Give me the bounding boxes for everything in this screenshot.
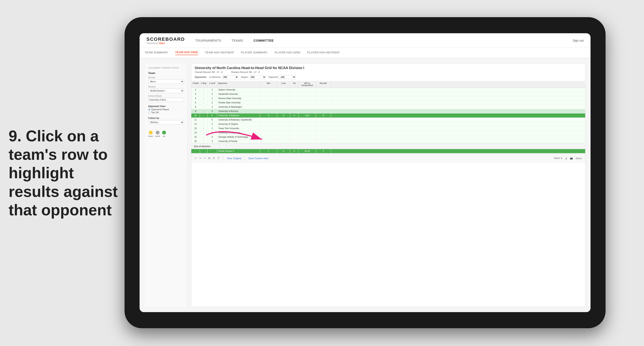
print-button[interactable]: 🖨 <box>565 157 567 160</box>
cell-conf: 2 <box>208 131 217 135</box>
cell-reg-ood <box>200 149 208 153</box>
table-row[interactable]: 12 - 3 University of Virginia <box>191 122 585 126</box>
filter-row: Opponents: Conference (All) Region <box>195 75 582 79</box>
cell-diff <box>299 122 316 126</box>
cell-reg: - <box>200 105 208 109</box>
cell-diff <box>299 109 316 113</box>
legend-level: Level <box>155 131 160 137</box>
cell-tie <box>290 126 299 130</box>
table-row[interactable]: 2 - 1 Auburn University <box>191 88 585 92</box>
redo2-button[interactable]: ↩ <box>204 157 206 160</box>
cell-rank-ood <box>191 149 200 153</box>
conference-filter: Conference (All) <box>209 75 238 79</box>
region-filter: Region (All) <box>241 75 266 79</box>
nav-teams[interactable]: TEAMS <box>232 39 243 42</box>
table-row[interactable]: 15 - 4 Georgia Institute of Technology <box>191 135 585 139</box>
table-row[interactable]: 3 - 2 Vanderbilt University <box>191 92 585 96</box>
cell-rounds <box>316 101 331 105</box>
nav-tournaments[interactable]: TOURNAMENTS <box>195 39 221 42</box>
opponent-select[interactable]: (All) <box>279 75 296 79</box>
colour-by-select[interactable]: Win/loss <box>148 120 184 125</box>
cell-loss <box>277 118 290 122</box>
col-tie: Tie <box>290 81 299 87</box>
share-button[interactable]: Share <box>576 157 582 160</box>
redo-button[interactable]: ↪ <box>199 157 201 160</box>
cell-rounds <box>316 88 331 92</box>
table-row[interactable]: 13 - 1 Texas Tech University <box>191 126 585 131</box>
cell-opponent: University of Arizona <box>217 109 260 113</box>
cell-name-ood: NCAA Division II <box>217 149 260 153</box>
cell-tie <box>290 105 299 109</box>
save-custom-button[interactable]: Save Custom View <box>248 157 268 160</box>
copy-button[interactable]: ⊞ <box>208 157 210 160</box>
radio-top-100[interactable]: Top 100 <box>148 111 184 114</box>
cell-conf: 6 <box>208 118 217 122</box>
tab-player-h2h-grid[interactable]: PLAYER H2H GRID <box>274 51 300 55</box>
radio-dot-opponents <box>148 108 150 111</box>
clock-button[interactable]: ⏱ <box>217 157 220 160</box>
opponent-filter: Opponent (All) <box>269 75 296 79</box>
screenshot-button[interactable]: 📷 <box>570 157 573 160</box>
table-row[interactable]: 8 - 2 University of Washington <box>191 105 585 109</box>
bottom-toolbar: ↩ ↪ ↩ ⊞ ⊡ ⏱ View: Original Save Custom V… <box>191 153 585 163</box>
view-original-button[interactable]: View: Original <box>227 157 241 160</box>
watch-button[interactable]: Watch ▾ <box>554 157 562 160</box>
table-row[interactable]: 16 - 3 University of Florida <box>191 139 585 143</box>
cell-win <box>260 135 277 139</box>
undo-button[interactable]: ↩ <box>195 157 197 160</box>
grid-header: University of North Carolina Head-to-Hea… <box>191 63 585 81</box>
table-row[interactable]: 11 - 6 University of Arkansas, Fayettevi… <box>191 118 585 122</box>
cell-win <box>260 122 277 126</box>
cell-reg: - <box>200 92 208 96</box>
cell-loss <box>277 135 290 139</box>
sub-nav: TEAM SUMMARY TEAM H2H GRID TEAM H2H HEAT… <box>140 48 590 58</box>
cell-opponent: University of Oklahoma <box>217 131 260 135</box>
cell-loss <box>277 88 290 92</box>
cell-opponent: Arizona State University <box>217 96 260 100</box>
cell-tie <box>290 131 299 135</box>
table-row[interactable]: 6 - 2 Florida State University <box>191 101 585 105</box>
radio-dot-top100 <box>148 111 150 114</box>
col-win: Win <box>260 81 277 87</box>
paste-button[interactable]: ⊡ <box>213 157 215 160</box>
nav-committee[interactable]: COMMITTEE <box>254 39 274 42</box>
conference-select[interactable]: (All) <box>222 75 238 79</box>
table-row-alabama[interactable]: 10 - 5 University of Alabama 3 0 0 2.61 … <box>191 113 585 118</box>
radio-opponents-played[interactable]: Opponents Played <box>148 108 184 111</box>
tab-team-h2h-grid[interactable]: TEAM H2H GRID <box>175 51 198 55</box>
cell-loss <box>277 122 290 126</box>
cell-win <box>260 101 277 105</box>
app-chrome: SCOREBOARD Powered by clippd TOURNAMENTS… <box>140 33 590 312</box>
overall-record: Overall Record: 89 - 17 - 0 <box>195 71 223 73</box>
sign-out-button[interactable]: Sign out <box>573 39 584 42</box>
col-loss: Loss <box>277 81 290 87</box>
table-row[interactable]: 9 - 3 University of Arizona <box>191 109 585 113</box>
tab-team-summary[interactable]: TEAM SUMMARY <box>145 51 168 55</box>
col-reg: # Reg <box>200 81 208 87</box>
cell-rank: 10 <box>191 113 200 118</box>
cell-rank: 9 <box>191 109 200 113</box>
cell-rounds <box>316 135 331 139</box>
region-select[interactable]: (All) <box>249 75 266 79</box>
division-select[interactable]: NCAA Division I <box>148 89 184 93</box>
table-row[interactable]: 14 - 2 University of Oklahoma <box>191 131 585 135</box>
tab-team-h2h-heatmap[interactable]: TEAM H2H HEATMAP <box>205 51 234 55</box>
legend-down-circle <box>149 131 153 134</box>
cell-loss <box>277 126 290 130</box>
opponents-label: Opponents: <box>195 76 207 78</box>
tab-player-h2h-heatmap[interactable]: PLAYER H2H HEATMAP <box>307 51 340 55</box>
cell-loss <box>277 101 290 105</box>
cell-opponent: University of Florida <box>217 139 260 143</box>
table-row-out-of-division[interactable]: NCAA Division II 1 0 0 26.00 3 <box>191 149 585 153</box>
cell-conf: 5 <box>208 113 217 118</box>
cell-diff <box>299 96 316 100</box>
gender-select[interactable]: Men's <box>148 79 184 84</box>
table-row[interactable]: 4 - 1 Arizona State University <box>191 96 585 101</box>
cell-win <box>260 96 277 100</box>
legend-down: Down <box>148 131 153 137</box>
cell-tie <box>290 88 299 92</box>
cell-reg: - <box>200 122 208 126</box>
cell-win <box>260 105 277 109</box>
tab-player-summary[interactable]: PLAYER SUMMARY <box>241 51 268 55</box>
cell-diff <box>299 118 316 122</box>
